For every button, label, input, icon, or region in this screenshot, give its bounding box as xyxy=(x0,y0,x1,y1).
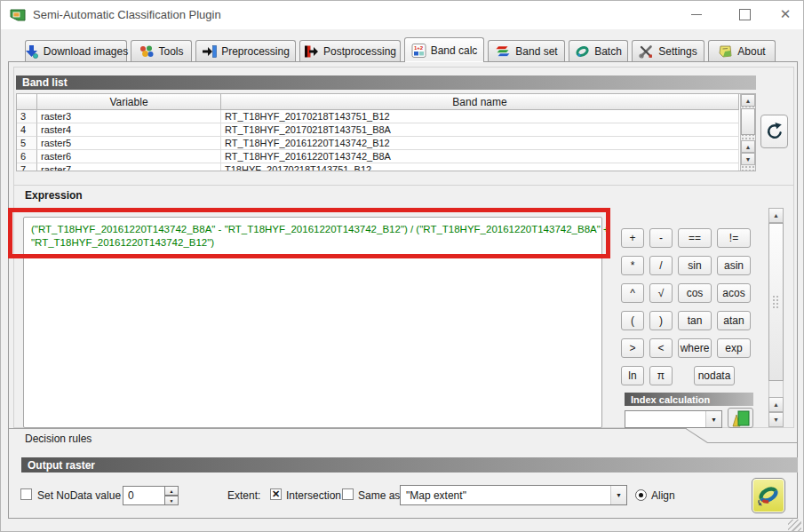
scroll-up-button[interactable]: ▲ xyxy=(741,94,755,107)
expression-input[interactable]: ("RT_T18HYF_20161220T143742_B8A" - "RT_T… xyxy=(23,217,602,428)
spin-up-button[interactable]: ▲ xyxy=(164,486,179,496)
minimize-button[interactable] xyxy=(681,1,712,28)
band-name-cell[interactable]: T18HYF_20170218T143751_B12 xyxy=(221,163,739,171)
variable-cell[interactable]: raster4 xyxy=(37,123,221,137)
spin-down-button[interactable]: ▼ xyxy=(164,496,179,505)
calc-close-paren-button[interactable]: ) xyxy=(649,311,673,330)
scroll-up-button-2[interactable]: ▲ xyxy=(741,140,755,153)
band-name-cell[interactable]: RT_T18HYF_20161220T143742_B8A xyxy=(221,150,739,163)
refresh-band-list-button[interactable] xyxy=(760,115,788,148)
pane-scroll-up-button-2[interactable]: ▲ xyxy=(768,397,784,412)
band-name-cell[interactable]: RT_T18HYF_20170218T143751_B12 xyxy=(221,110,739,123)
bottom-tab-pane-edge xyxy=(9,428,687,429)
index-apply-button[interactable] xyxy=(728,408,753,428)
calc-exp-button[interactable]: exp xyxy=(717,338,751,358)
calc-cos-button[interactable]: cos xyxy=(678,283,712,303)
pane-scrollbar-thumb[interactable] xyxy=(768,223,784,381)
variable-cell[interactable]: raster3 xyxy=(37,110,221,123)
refresh-icon xyxy=(765,122,784,141)
set-nodata-checkbox[interactable] xyxy=(20,488,32,500)
app-logo-icon xyxy=(9,6,27,24)
check-x-icon: ✕ xyxy=(272,489,280,499)
variable-column-header[interactable]: Variable xyxy=(37,94,221,110)
tab-label: Settings xyxy=(658,45,697,58)
scroll-down-button[interactable]: ▼ xyxy=(741,153,755,165)
calc-nodata-button[interactable]: nodata xyxy=(694,366,735,385)
calc-ln-button[interactable]: ln xyxy=(621,366,644,385)
calc-less-button[interactable]: < xyxy=(649,338,673,358)
band-name-column-header[interactable]: Band name xyxy=(221,94,739,110)
calculator-panel: + - == != * / sin asin ^ √ cos acos ( ) … xyxy=(621,228,752,385)
table-row[interactable]: 6 raster6 RT_T18HYF_20161220T143742_B8A xyxy=(17,150,755,163)
close-button[interactable]: ✕ xyxy=(770,1,800,28)
pane-scroll-down-button[interactable]: ▼ xyxy=(768,412,784,427)
calc-where-button[interactable]: where xyxy=(678,338,712,358)
tab-band-calc[interactable]: 1+2 Band calc xyxy=(404,37,484,62)
band-list-table[interactable]: Variable Band name 3 raster3 RT_T18HYF_2… xyxy=(16,93,756,171)
set-nodata-label: Set NoData value xyxy=(37,489,121,502)
band-list-header: Band list xyxy=(16,75,756,90)
calc-tan-button[interactable]: tan xyxy=(678,311,712,330)
align-radio[interactable] xyxy=(635,489,647,501)
calc-greater-button[interactable]: > xyxy=(621,338,644,358)
tab-preprocessing[interactable]: Preprocessing xyxy=(195,40,296,61)
tab-band-set[interactable]: Band set xyxy=(488,40,565,61)
calc-acos-button[interactable]: acos xyxy=(717,283,751,303)
index-calculation-label: Index calculation xyxy=(631,394,710,405)
tab-tools[interactable]: Tools xyxy=(131,40,192,61)
table-row[interactable]: 5 raster5 RT_T18HYF_20161220T143742_B12 xyxy=(17,137,755,150)
corner-header-cell xyxy=(17,94,37,110)
bottom-tab-base-line xyxy=(707,442,797,443)
band-table-scrollbar[interactable]: ▲ ▲ ▼ xyxy=(740,94,755,171)
table-row[interactable]: 3 raster3 RT_T18HYF_20170218T143751_B12 xyxy=(17,110,755,123)
batch-icon xyxy=(575,44,590,59)
calc-pi-button[interactable]: π xyxy=(649,366,673,385)
section-divider xyxy=(14,185,793,186)
resize-grip[interactable] xyxy=(788,520,801,531)
tab-label: Tools xyxy=(158,45,183,58)
calc-power-button[interactable]: ^ xyxy=(621,283,644,303)
calc-atan-button[interactable]: atan xyxy=(717,311,751,330)
calc-open-paren-button[interactable]: ( xyxy=(621,311,644,330)
band-name-cell[interactable]: RT_T18HYF_20161220T143742_B12 xyxy=(221,137,739,150)
extent-combo[interactable]: "Map extent" ▼ xyxy=(400,485,627,505)
scrollbar-thumb[interactable] xyxy=(741,108,755,135)
tab-label: About xyxy=(737,45,765,58)
tab-settings[interactable]: Settings xyxy=(632,40,704,61)
chevron-down-icon: ▼ xyxy=(705,411,721,427)
expression-line: "RT_T18HYF_20161220T143742_B12") xyxy=(31,236,594,250)
variable-cell[interactable]: raster6 xyxy=(37,150,221,163)
calc-multiply-button[interactable]: * xyxy=(621,256,644,275)
calc-sin-button[interactable]: sin xyxy=(678,256,712,275)
tab-bar: Download images Tools Preprocessing Post… xyxy=(25,40,776,61)
calc-notequals-button[interactable]: != xyxy=(717,228,751,248)
pane-scroll-up-button[interactable]: ▲ xyxy=(768,208,784,223)
run-band-calc-button[interactable] xyxy=(752,478,785,513)
preprocessing-icon xyxy=(202,44,217,59)
tab-decision-rules[interactable]: Decision rules xyxy=(25,433,92,445)
index-calculation-combo[interactable]: ▼ xyxy=(625,410,722,428)
calc-sqrt-button[interactable]: √ xyxy=(649,283,673,303)
tab-about[interactable]: About xyxy=(708,40,776,61)
calc-plus-button[interactable]: + xyxy=(621,228,644,248)
maximize-button[interactable] xyxy=(729,1,760,28)
band-name-cell[interactable]: RT_T18HYF_20170218T143751_B8A xyxy=(221,123,739,137)
intersection-checkbox[interactable]: ✕ xyxy=(270,488,282,500)
arrow-up-icon: ▲ xyxy=(745,144,752,150)
table-row[interactable]: 4 raster4 RT_T18HYF_20170218T143751_B8A xyxy=(17,123,755,137)
tab-batch[interactable]: Batch xyxy=(569,40,628,61)
calc-asin-button[interactable]: asin xyxy=(717,256,751,275)
variable-cell[interactable]: raster7 xyxy=(37,163,221,171)
nodata-value-input[interactable]: 0 xyxy=(123,486,164,505)
calc-divide-button[interactable]: / xyxy=(649,256,673,275)
tab-download-images[interactable]: Download images xyxy=(25,40,127,61)
index-calculation-header: Index calculation xyxy=(625,393,753,406)
variable-cell[interactable]: raster5 xyxy=(37,137,221,150)
arrow-down-icon: ▼ xyxy=(745,156,752,163)
calc-equals-button[interactable]: == xyxy=(678,228,712,248)
table-row[interactable]: 7 raster7 T18HYF_20170218T143751_B12 xyxy=(17,163,755,171)
calc-minus-button[interactable]: - xyxy=(649,228,673,248)
chevron-down-icon: ▼ xyxy=(610,486,626,504)
tab-postprocessing[interactable]: Postprocessing xyxy=(299,40,401,61)
same-as-checkbox[interactable] xyxy=(342,488,354,500)
